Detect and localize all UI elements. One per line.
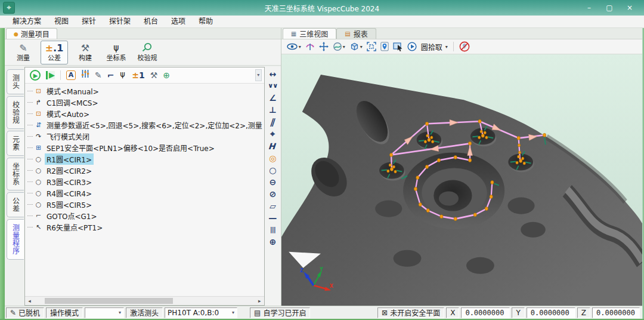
- tree-item-measure-params[interactable]: ⇵测量参数逼近<5>,回退<5>,搜索<6>,定位<2>,定位加<2>,测量: [27, 119, 264, 131]
- view-visibility-icon[interactable]: ▾: [287, 42, 301, 51]
- tolerance-tool-icon[interactable]: ±1: [132, 69, 144, 81]
- probe-disabled-icon[interactable]: [459, 41, 470, 52]
- tree-item-circle-r1[interactable]: ○R1圆<CIR1>: [27, 153, 264, 165]
- zoom-fit-icon[interactable]: [367, 42, 376, 51]
- axis-z-label: Z: [300, 267, 304, 273]
- maximize-button[interactable]: ▢: [601, 2, 618, 13]
- distance-icon[interactable]: ↔: [269, 69, 276, 79]
- tree-item-vector-point[interactable]: ↖R6矢量点<PT1>: [27, 221, 264, 233]
- construct-button[interactable]: ⚒ 构建: [72, 41, 99, 64]
- concentricity-icon[interactable]: ◎: [269, 153, 276, 163]
- pan-move-icon[interactable]: [319, 42, 329, 51]
- construct-tool-icon[interactable]: ⚒: [150, 69, 158, 81]
- measure-icon: ✎: [19, 42, 27, 54]
- sidetab-coordsys[interactable]: 坐标系: [7, 158, 24, 190]
- view-panel: ▦ 三维视图 ▤ 报表 ▾: [281, 28, 642, 306]
- scroll-right-button[interactable]: ▸: [255, 298, 264, 304]
- 3d-scene[interactable]: X Y Z: [281, 54, 642, 306]
- parallelism-icon[interactable]: ∥: [269, 117, 276, 127]
- cube-view-icon[interactable]: ▾: [349, 42, 363, 51]
- magnifier-icon: [141, 42, 153, 54]
- measure-project-panel: ● 测量项目 ✎ 测量 ±.1 公差: [5, 28, 281, 306]
- close-button[interactable]: ×: [621, 2, 638, 13]
- angularity-icon[interactable]: H: [268, 141, 278, 151]
- locate-pin-icon[interactable]: [380, 42, 389, 51]
- select-arrow-icon[interactable]: [393, 42, 403, 51]
- measure-button[interactable]: ✎ 测量: [10, 41, 37, 64]
- menu-solution[interactable]: 解决方案: [6, 16, 48, 27]
- safety-plane-status-icon: ⊠: [382, 309, 388, 317]
- circle-icon: ○: [34, 167, 43, 174]
- menu-help[interactable]: 帮助: [192, 16, 219, 27]
- operation-mode-select[interactable]: ▾: [85, 307, 124, 318]
- tolerance-button[interactable]: ±.1 公差: [41, 41, 68, 64]
- goto-tool-icon[interactable]: ⌐: [107, 69, 114, 81]
- sidetab-elements[interactable]: 元素: [7, 131, 24, 156]
- profile-line-icon[interactable]: ∨∨: [268, 81, 277, 91]
- operation-mode-label: 操作模式: [46, 307, 83, 318]
- coordinate-system-button[interactable]: ⋔ 坐标系: [103, 41, 130, 64]
- minimize-button[interactable]: –: [581, 2, 597, 13]
- active-probe-select[interactable]: PH10T A:0,B:0 ▾: [165, 307, 237, 318]
- mode-icon: ⊡: [34, 87, 43, 95]
- toolbar-overflow-button[interactable]: ▾: [255, 69, 262, 81]
- total-runout-icon[interactable]: ⊕: [269, 237, 276, 247]
- flatness-icon[interactable]: ▱: [270, 201, 276, 211]
- play-measure-icon[interactable]: [407, 42, 417, 51]
- tab-report[interactable]: ▤ 报表: [336, 28, 376, 39]
- circle-icon: ○: [34, 201, 43, 208]
- roundness-icon[interactable]: ○: [269, 165, 276, 175]
- measure-tool-icon[interactable]: ✎: [95, 69, 102, 81]
- symmetry-icon[interactable]: ⊖: [269, 177, 276, 187]
- circle-pick-dropdown[interactable]: 圆拾取 ▾: [421, 42, 448, 52]
- tree-item-safety-plane[interactable]: ⊞SEP1安全平面<PLN1>偏移<10>是否启用<True>: [27, 142, 264, 153]
- sidetab-tolerance[interactable]: 公差: [7, 192, 24, 217]
- coordsys-tool-icon[interactable]: ⋔: [119, 69, 126, 81]
- tree-item-goto-point[interactable]: ⌐GOTO点<G1>: [27, 210, 264, 221]
- flight-mode-icon: ↷: [34, 133, 43, 140]
- tab-3d-view[interactable]: ▦ 三维视图: [283, 28, 336, 39]
- tree-item-circle-r4[interactable]: ○R4圆<CIR4>: [27, 187, 264, 199]
- scroll-left-button[interactable]: ◂: [25, 298, 34, 304]
- sidetab-probe[interactable]: 测头: [7, 69, 24, 94]
- position-icon[interactable]: ⌖: [270, 129, 275, 139]
- shading-mode-icon[interactable]: ▾: [333, 42, 345, 51]
- tab-measure-project[interactable]: ● 测量项目: [6, 28, 57, 39]
- menu-probe[interactable]: 探针: [75, 16, 103, 27]
- program-tree-area: ▶ ▶ A ✎ ⌐ ⋔ ±1 ⚒: [24, 67, 265, 306]
- z-axis-label: Z: [577, 307, 590, 318]
- run-program-icon[interactable]: ▶: [30, 70, 41, 81]
- tree-item-mode-manual[interactable]: ⊡模式<Manual>: [27, 85, 264, 97]
- gauge-check-button[interactable]: 校验规: [134, 41, 161, 64]
- orbit-rotate-icon[interactable]: [305, 42, 315, 51]
- parameters-icon[interactable]: [81, 69, 89, 81]
- tree-item-circle-r2[interactable]: ○R2圆<CIR2>: [27, 165, 264, 176]
- sidetab-measure-program[interactable]: 测量程序: [7, 219, 24, 260]
- tree-item-mode-auto[interactable]: ⊡模式<Auto>: [27, 108, 264, 119]
- runout-icon[interactable]: ⊘: [269, 189, 276, 199]
- tree-horizontal-scrollbar[interactable]: ◂ ▸: [25, 296, 264, 305]
- tree-item-flight-mode[interactable]: ↷飞行模式关闭: [27, 131, 264, 142]
- 3d-viewport[interactable]: X Y Z: [281, 54, 642, 306]
- callback-icon: ↱: [34, 99, 43, 106]
- probe-path-icon[interactable]: ⊕: [163, 69, 170, 81]
- menu-options[interactable]: 选项: [165, 16, 192, 27]
- scrollbar-thumb[interactable]: [45, 298, 173, 304]
- perpendicularity-icon[interactable]: ⊥: [269, 105, 277, 115]
- tolerance-icon: ±.1: [45, 42, 64, 54]
- menu-machine[interactable]: 机台: [137, 16, 165, 27]
- auto-label-icon[interactable]: A: [66, 70, 76, 80]
- menu-view[interactable]: 视图: [48, 16, 75, 27]
- sidetab-gauge[interactable]: 校验规: [7, 96, 24, 129]
- tree-item-callback[interactable]: ↱C1回调<MCS>: [27, 97, 264, 108]
- step-run-icon[interactable]: ▶: [46, 71, 55, 79]
- tree-item-circle-r5[interactable]: ○R5圆<CIR5>: [27, 199, 264, 210]
- menu-probe-rack[interactable]: 探针架: [103, 16, 137, 27]
- project-tab-label: 测量项目: [21, 29, 49, 39]
- straightness-icon[interactable]: —: [268, 213, 277, 223]
- angle-icon[interactable]: ∠: [269, 93, 277, 103]
- parallel-planes-icon[interactable]: |||: [270, 225, 275, 235]
- x-coordinate-value: 0.0000000: [461, 307, 510, 318]
- goto-icon: ⌐: [34, 212, 43, 220]
- tree-item-circle-r3[interactable]: ○R3圆<CIR3>: [27, 176, 264, 187]
